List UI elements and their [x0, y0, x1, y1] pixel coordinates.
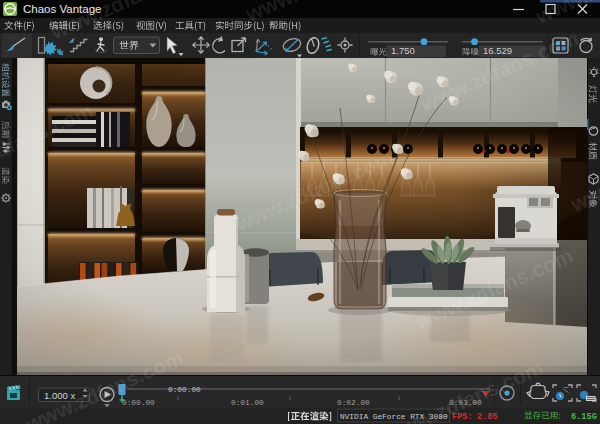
svg-text:0:03.00: 0:03.00 [449, 399, 482, 407]
svg-text:1.000 x: 1.000 x [44, 390, 75, 401]
svg-text:FPS:: FPS: [452, 412, 473, 422]
svg-text:16.529: 16.529 [483, 45, 512, 56]
svg-text:1.750: 1.750 [391, 45, 415, 56]
svg-text:2.85: 2.85 [477, 412, 498, 422]
svg-text:0:00.00: 0:00.00 [122, 399, 155, 407]
svg-text:NVIDIA GeForce RTX 3080: NVIDIA GeForce RTX 3080 [340, 413, 448, 421]
svg-text:0:02.00: 0:02.00 [337, 399, 370, 407]
svg-text:6.15G: 6.15G [571, 412, 597, 422]
svg-text:0:01.00: 0:01.00 [231, 399, 264, 407]
svg-text:0:00.00: 0:00.00 [168, 386, 201, 394]
svg-text:Chaos Vantage: Chaos Vantage [23, 3, 101, 15]
